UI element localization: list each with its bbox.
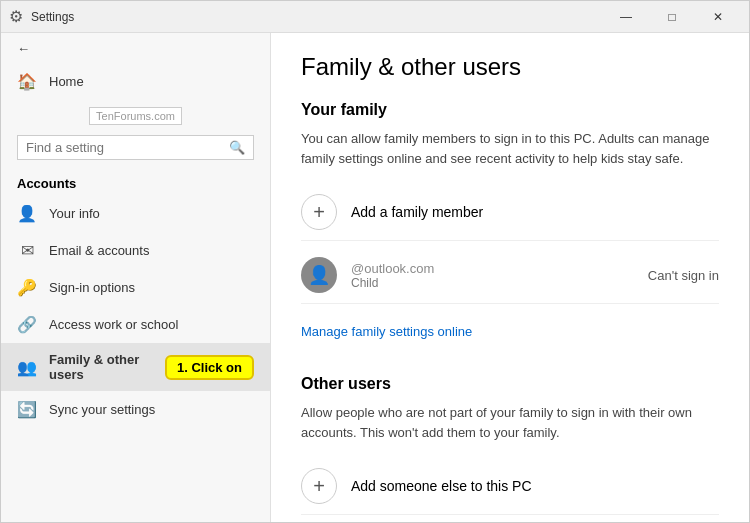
- home-icon: 🏠: [17, 72, 37, 91]
- plus-icon: +: [301, 194, 337, 230]
- callout1-bubble: 1. Click on: [165, 355, 254, 380]
- title-bar: ⚙ Settings — □ ✕: [1, 1, 749, 33]
- plus-icon-2: +: [301, 468, 337, 504]
- sidebar-item-your-info[interactable]: 👤 Your info: [1, 195, 270, 232]
- settings-window-icon: ⚙: [9, 7, 23, 26]
- other-users-section: Other users Allow people who are not par…: [301, 375, 719, 515]
- accounts-section-label: Accounts: [1, 166, 270, 195]
- member-role: Child: [351, 276, 634, 290]
- link-icon: 🔗: [17, 315, 37, 334]
- watermark: TenForums.com: [89, 107, 182, 125]
- home-label: Home: [49, 74, 84, 89]
- search-input[interactable]: [26, 140, 223, 155]
- sidebar-item-email-label: Email & accounts: [49, 243, 149, 258]
- sidebar-item-family-users[interactable]: 👥 Family & other users 1. Click on: [1, 343, 270, 391]
- avatar: 👤: [301, 257, 337, 293]
- add-someone-button[interactable]: + Add someone else to this PC: [301, 458, 719, 515]
- family-member-row: 👤 @outlook.com Child Can't sign in: [301, 247, 719, 304]
- title-bar-controls: — □ ✕: [603, 1, 741, 33]
- sync-icon: 🔄: [17, 400, 37, 419]
- manage-family-link[interactable]: Manage family settings online: [301, 324, 472, 339]
- search-box[interactable]: 🔍: [17, 135, 254, 160]
- watermark-area: TenForums.com: [1, 99, 270, 129]
- page-title: Family & other users: [301, 53, 719, 81]
- sidebar-item-access-work[interactable]: 🔗 Access work or school: [1, 306, 270, 343]
- add-someone-label: Add someone else to this PC: [351, 478, 532, 494]
- sidebar-item-sign-in[interactable]: 🔑 Sign-in options: [1, 269, 270, 306]
- main-content: ← 🏠 Home TenForums.com 🔍 Accounts 👤 Your…: [1, 33, 749, 522]
- minimize-button[interactable]: —: [603, 1, 649, 33]
- sidebar: ← 🏠 Home TenForums.com 🔍 Accounts 👤 Your…: [1, 33, 271, 522]
- your-info-icon: 👤: [17, 204, 37, 223]
- avatar-person-icon: 👤: [308, 264, 330, 286]
- add-family-member-button[interactable]: + Add a family member: [301, 184, 719, 241]
- member-info: @outlook.com Child: [351, 261, 634, 290]
- title-bar-left: ⚙ Settings: [9, 7, 603, 26]
- title-bar-title: Settings: [31, 10, 74, 24]
- cant-sign-in-status: Can't sign in: [648, 268, 719, 283]
- sidebar-item-sync[interactable]: 🔄 Sync your settings: [1, 391, 270, 428]
- family-icon: 👥: [17, 358, 37, 377]
- sidebar-item-family-label: Family & other users: [49, 352, 149, 382]
- search-icon: 🔍: [229, 140, 245, 155]
- sidebar-item-sync-label: Sync your settings: [49, 402, 155, 417]
- member-email: @outlook.com: [351, 261, 634, 276]
- sidebar-item-sign-in-label: Sign-in options: [49, 280, 135, 295]
- back-button[interactable]: ←: [1, 33, 270, 64]
- sidebar-item-home[interactable]: 🏠 Home: [1, 64, 270, 99]
- your-family-title: Your family: [301, 101, 719, 119]
- settings-window: ⚙ Settings — □ ✕ ← 🏠 Home TenForums.com: [0, 0, 750, 523]
- sidebar-item-access-work-label: Access work or school: [49, 317, 178, 332]
- other-users-title: Other users: [301, 375, 719, 393]
- sidebar-item-your-info-label: Your info: [49, 206, 100, 221]
- email-icon: ✉: [17, 241, 37, 260]
- sidebar-item-email-accounts[interactable]: ✉ Email & accounts: [1, 232, 270, 269]
- right-content: Family & other users Your family You can…: [271, 33, 749, 522]
- back-arrow-icon: ←: [17, 41, 30, 56]
- maximize-button[interactable]: □: [649, 1, 695, 33]
- add-member-label: Add a family member: [351, 204, 483, 220]
- key-icon: 🔑: [17, 278, 37, 297]
- other-users-desc: Allow people who are not part of your fa…: [301, 403, 719, 442]
- your-family-desc: You can allow family members to sign in …: [301, 129, 719, 168]
- close-button[interactable]: ✕: [695, 1, 741, 33]
- your-family-section: Your family You can allow family members…: [301, 101, 719, 357]
- manage-link-container: Manage family settings online 2. Click o…: [301, 314, 719, 357]
